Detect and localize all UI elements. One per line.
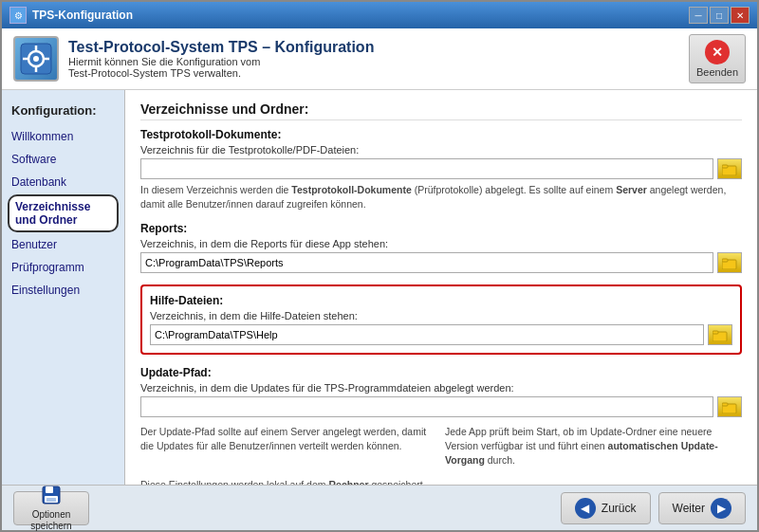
back-label: Zurück <box>602 502 637 515</box>
svg-rect-12 <box>713 331 718 334</box>
reports-field-label: Verzeichnis, in dem die Reports für dies… <box>140 238 742 249</box>
hilfe-input-row <box>150 324 732 345</box>
update-field-label: Verzeichnis, in dem die Updates für die … <box>140 382 742 394</box>
back-button[interactable]: ◀ Zurück <box>561 492 651 524</box>
sidebar-item-einstellungen[interactable]: Einstellungen <box>2 279 124 302</box>
testprotokoll-title: Testprotokoll-Dokumente: <box>140 128 742 141</box>
next-button[interactable]: Weiter ▶ <box>658 492 746 524</box>
sidebar-item-verzeichnisse[interactable]: Verzeichnisse und Ordner <box>8 194 119 232</box>
update-input-row <box>140 396 742 417</box>
minimize-button[interactable]: ─ <box>689 7 708 24</box>
svg-rect-14 <box>722 403 728 406</box>
svg-rect-18 <box>46 498 56 502</box>
header-subtitle-line1: Hiermit können Sie die Konfiguration vom <box>68 56 374 67</box>
header-row: Test-Protocol-System TPS – Konfiguration… <box>2 28 757 90</box>
hilfe-title: Hilfe-Dateien: <box>150 294 732 307</box>
save-label: Optionenspeichern <box>30 509 71 532</box>
title-bar-icon: ⚙ <box>9 7 27 24</box>
next-arrow-icon: ▶ <box>711 498 731 519</box>
testprotokoll-field-label: Verzeichnis für die Testprotokolle/PDF-D… <box>140 144 742 156</box>
maximize-button[interactable]: □ <box>710 7 729 24</box>
hilfe-field-label: Verzeichnis, in dem die Hilfe-Dateien st… <box>150 310 732 321</box>
header-icon <box>13 36 59 82</box>
testprotokoll-input-row <box>140 158 742 179</box>
reports-folder-button[interactable] <box>717 252 742 273</box>
sidebar-item-software[interactable]: Software <box>2 148 124 171</box>
header-subtitle-line2: Test-Protocol-System TPS verwalten. <box>68 67 374 79</box>
footer-bar: Optionenspeichern ◀ Zurück Weiter ▶ <box>2 485 757 530</box>
sidebar-item-willkommen[interactable]: Willkommen <box>2 125 124 148</box>
testprotokoll-section: Testprotokoll-Dokumente: Verzeichnis für… <box>140 128 742 211</box>
update-folder-button[interactable] <box>717 396 742 417</box>
header-title: Test-Protocol-System TPS – Konfiguration <box>68 39 374 56</box>
close-button[interactable]: ✕ <box>731 7 750 24</box>
testprotokoll-input[interactable] <box>140 158 713 179</box>
main-layout: Konfiguration: Willkommen Software Daten… <box>2 90 757 485</box>
update-info-right: Jede App prüft beim Start, ob im Update-… <box>445 425 742 467</box>
hilfe-folder-button[interactable] <box>708 324 732 345</box>
update-input[interactable] <box>140 396 713 417</box>
save-button[interactable]: Optionenspeichern <box>13 491 89 525</box>
update-info-left: Der Update-Pfad sollte auf einem Server … <box>140 425 437 467</box>
end-button-label: Beenden <box>696 66 738 78</box>
update-info-columns: Der Update-Pfad sollte auf einem Server … <box>140 421 742 467</box>
sidebar-item-pruefprogramm[interactable]: Prüfprogramm <box>2 256 124 279</box>
reports-section: Reports: Verzeichnis, in dem die Reports… <box>140 222 742 273</box>
hilfe-input[interactable] <box>150 324 704 345</box>
title-bar-controls: ─ □ ✕ <box>689 7 750 24</box>
reports-input[interactable] <box>140 252 713 273</box>
reports-input-row <box>140 252 742 273</box>
main-content: Verzeichnisse und Ordner: Testprotokoll-… <box>125 90 757 485</box>
title-bar: ⚙ TPS-Konfiguration ─ □ ✕ <box>2 2 757 28</box>
sidebar: Konfiguration: Willkommen Software Daten… <box>2 90 125 485</box>
save-icon <box>41 485 62 509</box>
sidebar-item-datenbank[interactable]: Datenbank <box>2 171 124 193</box>
end-button[interactable]: ✕ Beenden <box>689 34 746 83</box>
svg-rect-8 <box>722 165 728 168</box>
svg-rect-16 <box>46 486 53 493</box>
next-label: Weiter <box>673 502 705 515</box>
sidebar-title: Konfiguration: <box>2 100 124 125</box>
sidebar-item-benutzer[interactable]: Benutzer <box>2 233 124 256</box>
svg-point-2 <box>33 56 39 62</box>
main-window: ⚙ TPS-Konfiguration ─ □ ✕ Test-Protocol-… <box>0 0 759 532</box>
update-section: Update-Pfad: Verzeichnis, in dem die Upd… <box>140 366 742 467</box>
svg-rect-10 <box>722 259 728 262</box>
reports-title: Reports: <box>140 222 742 235</box>
end-button-icon: ✕ <box>705 40 730 64</box>
title-bar-text: TPS-Konfiguration <box>32 9 133 22</box>
back-arrow-icon: ◀ <box>575 498 596 519</box>
hilfe-section: Hilfe-Dateien: Verzeichnis, in dem die H… <box>140 284 742 355</box>
section-title: Verzeichnisse und Ordner: <box>140 101 742 120</box>
testprotokoll-folder-button[interactable] <box>717 158 742 179</box>
update-title: Update-Pfad: <box>140 366 742 379</box>
testprotokoll-info: In diesem Verzeichnis werden die Testpro… <box>140 183 742 211</box>
